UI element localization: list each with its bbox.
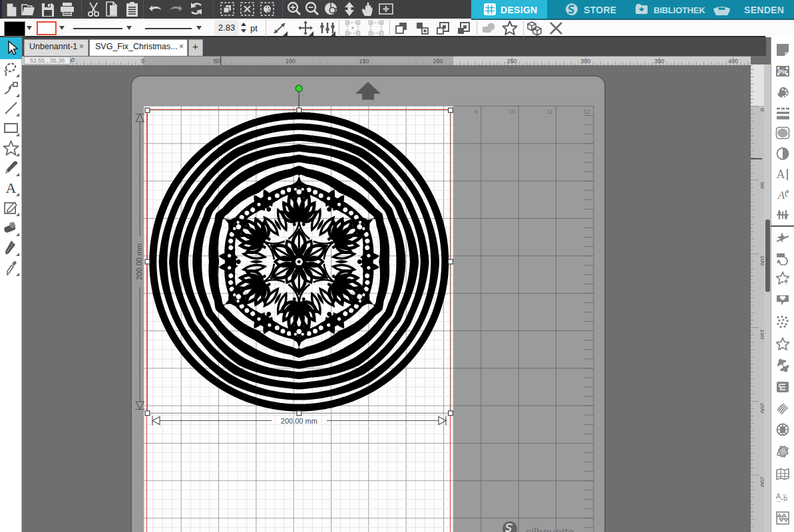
svg-text:A: A — [777, 168, 785, 181]
svg-text:200: 200 — [759, 403, 764, 413]
svg-text:A: A — [776, 492, 781, 500]
svg-text:0: 0 — [759, 108, 764, 112]
svg-text:A: A — [777, 189, 785, 201]
svg-text:300: 300 — [580, 58, 590, 65]
svg-text:50: 50 — [759, 182, 764, 188]
svg-text:100: 100 — [759, 255, 764, 265]
svg-text:0: 0 — [141, 58, 144, 65]
svg-text:silhouette: silhouette — [526, 526, 574, 532]
svg-text:250: 250 — [506, 58, 516, 65]
svg-text:b: b — [783, 494, 787, 502]
svg-text:350: 350 — [654, 58, 664, 65]
svg-text:A: A — [6, 180, 17, 196]
svg-text:150: 150 — [359, 58, 369, 65]
svg-text:Pix: Pix — [778, 68, 787, 75]
svg-text:100: 100 — [286, 58, 296, 65]
svg-text:400: 400 — [728, 58, 738, 65]
svg-text:200: 200 — [433, 58, 443, 65]
svg-text:250: 250 — [759, 477, 764, 487]
svg-text:150: 150 — [759, 329, 764, 339]
svg-text:50: 50 — [213, 58, 220, 65]
